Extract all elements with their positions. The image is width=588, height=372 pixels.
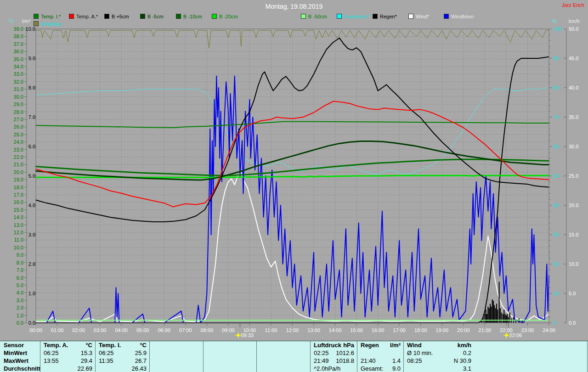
- svg-text:29.0: 29.0: [14, 101, 23, 107]
- svg-text:50: 50: [553, 173, 559, 179]
- svg-text:2.0: 2.0: [28, 261, 35, 267]
- svg-text:20.0: 20.0: [569, 203, 578, 208]
- x-tick-label: 01:00: [51, 327, 64, 333]
- svg-text:11.0: 11.0: [14, 237, 23, 242]
- svg-text:6.0: 6.0: [28, 144, 35, 149]
- table-cell: ^2.0hPa/h1015.1: [310, 365, 357, 372]
- table-cell: [203, 357, 256, 365]
- x-tick-label: 14:00: [329, 327, 342, 333]
- table-cell: 22.69: [40, 365, 95, 372]
- svg-text:0: 0: [553, 320, 556, 326]
- svg-text:20: 20: [553, 261, 559, 267]
- svg-text:10.0: 10.0: [14, 245, 23, 250]
- svg-text:4.0: 4.0: [28, 203, 35, 208]
- svg-text:15.0: 15.0: [569, 232, 578, 237]
- col-name: Regen: [361, 341, 379, 349]
- svg-text:26.0: 26.0: [14, 124, 23, 130]
- table-col-temp-a-: Temp. A.°C06:2515.313:5529.422.69: [40, 341, 95, 372]
- weather-chart: 0.01.02.03.04.05.06.07.08.09.010.011.012…: [0, 0, 588, 341]
- row-label: MinWert: [0, 349, 40, 357]
- svg-text:34.0: 34.0: [14, 64, 23, 69]
- x-tick-label: 17:00: [393, 327, 406, 333]
- svg-text:8.0: 8.0: [17, 260, 23, 265]
- table-cell: 21:491018.8: [310, 357, 357, 365]
- svg-text:30.0: 30.0: [569, 144, 578, 149]
- row-label: Sensor: [0, 341, 40, 349]
- col-name: Wind: [407, 341, 422, 349]
- svg-text:70: 70: [553, 114, 559, 120]
- series-regen-bars: [481, 282, 522, 323]
- x-tick-label: 02:00: [72, 327, 85, 333]
- table-separator: [587, 341, 588, 372]
- svg-text:9.0: 9.0: [17, 252, 23, 258]
- weather-app-window: Montag, 19.08.2019 Jarz Erich °C l/m² % …: [0, 0, 588, 372]
- table-cell: [256, 349, 310, 357]
- x-tick-label: 06:00: [158, 327, 170, 333]
- row-label: Durchschnitt: [0, 365, 40, 372]
- svg-text:7.0: 7.0: [17, 267, 23, 273]
- svg-text:100: 100: [553, 26, 561, 32]
- svg-text:30: 30: [553, 232, 559, 237]
- col-unit: °C: [140, 341, 147, 349]
- table-cell: 08:25N 30.9: [403, 357, 474, 365]
- svg-text:5.0: 5.0: [17, 282, 23, 288]
- svg-text:3.0: 3.0: [28, 232, 35, 237]
- table-col-empty: [203, 341, 256, 372]
- x-tick-label: 05:00: [136, 327, 149, 333]
- table-col-regen: Regenl/m²21:401.4Gesamt:9.0: [357, 341, 403, 372]
- table-cell: [149, 349, 203, 357]
- table-cell: [149, 357, 203, 365]
- svg-text:38.0: 38.0: [14, 34, 23, 39]
- svg-text:2.0: 2.0: [17, 305, 23, 310]
- table-col-temp-i-: Temp. I.°C06:2525.911:3526.726.43: [95, 341, 149, 372]
- svg-text:80: 80: [553, 85, 559, 90]
- table-col-luftdruck: LuftdruckhPa02:251012.621:491018.8^2.0hP…: [310, 341, 357, 372]
- svg-text:36.0: 36.0: [14, 49, 23, 54]
- svg-text:10.0: 10.0: [569, 261, 578, 267]
- svg-text:22.0: 22.0: [14, 154, 23, 160]
- svg-text:25.0: 25.0: [569, 173, 578, 179]
- table-col-wind: Windkm/hØ 10 min.0.208:25N 30.93.1: [403, 341, 474, 372]
- series-b-5cm: [36, 141, 549, 180]
- table-cell: [357, 349, 403, 357]
- x-tick-label: 11:00: [265, 327, 277, 333]
- svg-text:0.0: 0.0: [28, 320, 35, 326]
- svg-text:7.0: 7.0: [28, 114, 35, 120]
- svg-text:24.0: 24.0: [14, 139, 23, 145]
- svg-text:60: 60: [553, 144, 559, 149]
- svg-text:33.0: 33.0: [14, 71, 23, 77]
- x-tick-label: 12:00: [286, 327, 299, 333]
- col-unit: l/m²: [390, 341, 401, 349]
- svg-text:09:33: 09:33: [241, 333, 254, 338]
- svg-text:10.0: 10.0: [26, 26, 35, 32]
- x-tick-label: 21:00: [479, 327, 492, 333]
- table-cell: 06:2525.9: [95, 349, 149, 357]
- svg-text:28.0: 28.0: [14, 109, 23, 115]
- table-cell: 06:2515.3: [40, 349, 95, 357]
- series-windboeen: [36, 76, 549, 323]
- col-unit: °C: [85, 341, 92, 349]
- table-cell: [149, 365, 203, 372]
- table-col-empty: [149, 341, 203, 372]
- svg-text:40: 40: [553, 203, 559, 208]
- x-tick-label: 09:00: [222, 327, 235, 333]
- svg-text:0.0: 0.0: [569, 320, 576, 326]
- svg-text:16.0: 16.0: [14, 199, 23, 205]
- table-cell: [203, 365, 256, 372]
- x-tick-label: 07:00: [179, 327, 192, 333]
- col-unit: hPa: [343, 341, 354, 349]
- table-cell: 26.43: [95, 365, 149, 372]
- table-col-empty: [256, 341, 310, 372]
- x-tick-label: 18:00: [414, 327, 427, 333]
- svg-text:1.0: 1.0: [28, 291, 35, 296]
- svg-text:39.0: 39.0: [14, 26, 23, 32]
- table-cell: 02:251012.6: [310, 349, 357, 357]
- x-tick-label: 03:00: [94, 327, 107, 333]
- svg-text:35.0: 35.0: [14, 56, 23, 62]
- svg-text:15.0: 15.0: [14, 207, 23, 213]
- svg-text:27.0: 27.0: [14, 117, 23, 122]
- svg-text:37.0: 37.0: [14, 41, 23, 47]
- table-row-labels: SensorMinWertMaxWertDurchschnitt: [0, 341, 40, 372]
- x-tick-label: 15:00: [350, 327, 363, 333]
- svg-text:25.0: 25.0: [14, 132, 23, 137]
